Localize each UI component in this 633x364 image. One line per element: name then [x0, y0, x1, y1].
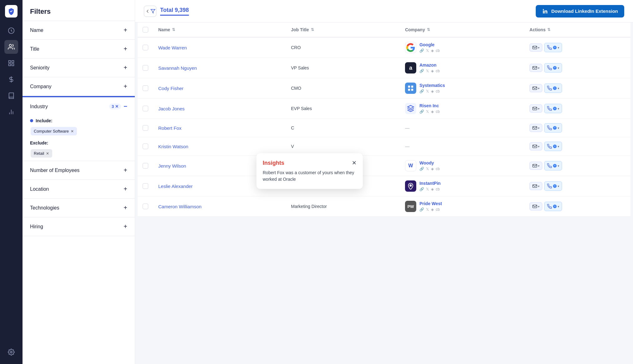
company-link-icon[interactable]: 🔗 — [419, 167, 424, 171]
email-action-btn[interactable]: ▾ — [529, 124, 542, 132]
company-link-icon[interactable]: 🔗 — [419, 48, 424, 53]
industry-tag-computer-software-remove[interactable]: ✕ — [71, 129, 74, 134]
email-action-btn[interactable]: ▾ — [529, 104, 542, 113]
filter-company-row[interactable]: Company + — [23, 77, 135, 96]
insights-popup-close[interactable]: ✕ — [352, 159, 357, 166]
company-cb-icon[interactable]: cb — [436, 48, 440, 53]
row-checkbox[interactable] — [143, 163, 148, 169]
company-cb-icon[interactable]: cb — [436, 207, 440, 212]
person-name-link[interactable]: Cameron Williamson — [158, 204, 201, 209]
industry-tag-retail-remove[interactable]: ✕ — [46, 151, 49, 156]
select-all-checkbox[interactable] — [143, 27, 148, 33]
linkedin-extension-button[interactable]: Download LinkedIn Extension — [536, 5, 624, 18]
nav-item-chart[interactable] — [4, 105, 18, 119]
person-name-link[interactable]: Jacob Jones — [158, 106, 185, 111]
row-checkbox[interactable] — [143, 183, 148, 189]
email-action-btn[interactable]: ▾ — [529, 84, 542, 92]
filter-employees-row[interactable]: Number of Employees + — [23, 161, 135, 179]
filter-name-row[interactable]: Name + — [23, 21, 135, 39]
email-action-btn[interactable]: ▾ — [529, 64, 542, 72]
company-crunchbase-icon[interactable]: ◈ — [431, 89, 434, 94]
row-checkbox[interactable] — [143, 204, 148, 209]
filter-seniority-row[interactable]: Seniority + — [23, 58, 135, 77]
company-link-icon[interactable]: 🔗 — [419, 89, 424, 94]
filter-title-row[interactable]: Title + — [23, 40, 135, 58]
filter-industry-badge[interactable]: 3 ✕ — [109, 104, 121, 109]
company-link-icon[interactable]: 🔗 — [419, 207, 424, 212]
company-name-link[interactable]: Pride West — [419, 201, 442, 206]
col-actions-sort[interactable]: Actions ⇅ — [529, 27, 625, 32]
company-twitter-icon[interactable]: 𝕏 — [426, 167, 429, 171]
company-link-icon[interactable]: 🔗 — [419, 69, 424, 73]
filter-industry-row[interactable]: Industry 3 ✕ − — [23, 97, 135, 116]
person-name-link[interactable]: Kristin Watson — [158, 144, 188, 149]
company-twitter-icon[interactable]: 𝕏 — [426, 109, 429, 114]
row-checkbox[interactable] — [143, 45, 148, 50]
company-name-link[interactable]: Woody — [419, 160, 440, 165]
nav-item-grid[interactable] — [4, 56, 18, 70]
company-twitter-icon[interactable]: 𝕏 — [426, 187, 429, 191]
email-action-btn[interactable]: ▾ — [529, 162, 542, 170]
company-twitter-icon[interactable]: 𝕏 — [426, 89, 429, 94]
nav-item-dashboard[interactable] — [4, 24, 18, 38]
phone-action-btn[interactable]: + ▾ — [544, 123, 562, 133]
person-name-link[interactable]: Jenny Wilson — [158, 163, 186, 169]
company-crunchbase-icon[interactable]: ◈ — [431, 167, 434, 171]
filter-industry-clear-icon[interactable]: ✕ — [115, 104, 119, 109]
company-name-link[interactable]: Google — [419, 42, 440, 47]
company-name-link[interactable]: Systematics — [419, 83, 445, 88]
row-checkbox[interactable] — [143, 85, 148, 91]
phone-action-btn[interactable]: + ▾ — [544, 161, 562, 170]
filter-toggle-button[interactable] — [144, 6, 156, 17]
person-name-link[interactable]: Robert Fox — [158, 125, 181, 131]
nav-item-revenue[interactable] — [4, 73, 18, 86]
person-name-link[interactable]: Leslie Alexander — [158, 184, 193, 189]
email-action-btn[interactable]: ▾ — [529, 43, 542, 52]
company-name-link[interactable]: Amazon — [419, 63, 440, 68]
company-crunchbase-icon[interactable]: ◈ — [431, 48, 434, 53]
company-twitter-icon[interactable]: 𝕏 — [426, 207, 429, 212]
phone-action-btn[interactable]: + ▾ — [544, 202, 562, 211]
company-name-link[interactable]: InstantPin — [419, 181, 441, 186]
company-cb-icon[interactable]: cb — [436, 89, 440, 94]
company-link-icon[interactable]: 🔗 — [419, 109, 424, 114]
email-action-btn[interactable]: ▾ — [529, 182, 542, 190]
company-crunchbase-icon[interactable]: ◈ — [431, 187, 434, 191]
filter-technologies-row[interactable]: Technologies + — [23, 199, 135, 217]
company-cb-icon[interactable]: cb — [436, 167, 440, 171]
row-checkbox[interactable] — [143, 125, 148, 131]
nav-item-settings[interactable] — [4, 345, 18, 359]
email-action-btn[interactable]: ▾ — [529, 142, 542, 150]
company-crunchbase-icon[interactable]: ◈ — [431, 69, 434, 73]
nav-item-book[interactable] — [4, 89, 18, 103]
company-twitter-icon[interactable]: 𝕏 — [426, 69, 429, 73]
email-action-btn[interactable]: ▾ — [529, 202, 542, 210]
phone-action-btn[interactable]: + ▾ — [544, 43, 562, 52]
filter-location-row[interactable]: Location + — [23, 180, 135, 198]
col-company-sort[interactable]: Company ⇅ — [405, 27, 519, 32]
phone-action-btn[interactable]: + ▾ — [544, 63, 562, 73]
nav-item-people[interactable] — [4, 40, 18, 54]
row-checkbox[interactable] — [143, 106, 148, 111]
person-name-link[interactable]: Cody Fisher — [158, 86, 184, 91]
company-twitter-icon[interactable]: 𝕏 — [426, 48, 429, 53]
company-crunchbase-icon[interactable]: ◈ — [431, 109, 434, 114]
row-checkbox[interactable] — [143, 144, 148, 149]
company-crunchbase-icon[interactable]: ◈ — [431, 207, 434, 212]
phone-action-btn[interactable]: + ▾ — [544, 83, 562, 93]
company-cb-icon[interactable]: cb — [436, 109, 440, 114]
phone-action-btn[interactable]: + ▾ — [544, 181, 562, 191]
col-name-sort[interactable]: Name ⇅ — [158, 27, 281, 32]
company-cb-icon[interactable]: cb — [436, 69, 440, 73]
phone-action-btn[interactable]: + ▾ — [544, 104, 562, 113]
person-name-link[interactable]: Savannah Nguyen — [158, 65, 197, 71]
company-cb-icon[interactable]: cb — [436, 187, 440, 191]
filter-hiring-row[interactable]: Hiring + — [23, 217, 135, 236]
person-name-link[interactable]: Wade Warren — [158, 45, 187, 50]
phone-action-btn[interactable]: + ▾ — [544, 142, 562, 151]
row-checkbox[interactable] — [143, 65, 148, 71]
filter-industry-collapse-icon[interactable]: − — [124, 103, 127, 110]
col-job-title-sort[interactable]: Job Title ⇅ — [291, 27, 395, 32]
company-link-icon[interactable]: 🔗 — [419, 187, 424, 191]
company-name-link[interactable]: Risen Inc — [419, 103, 440, 108]
